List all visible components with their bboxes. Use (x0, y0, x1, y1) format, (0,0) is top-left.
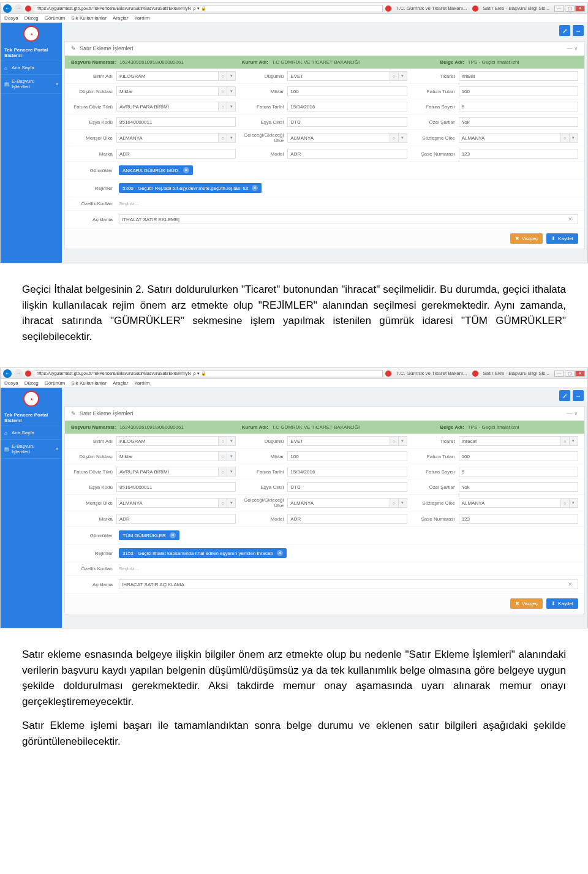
maximize-icon[interactable]: ▢ (565, 371, 575, 377)
collapse-icon[interactable]: — ∨ (567, 45, 578, 51)
birim-select[interactable]: KİLOGRAM (116, 71, 219, 81)
browser-tab-2[interactable]: Satır Ekle - Başvuru Bilgi Sis... (481, 6, 552, 11)
chevron-down-icon[interactable]: ▾ (227, 86, 236, 96)
rejim-tag[interactable]: 3153 - Geçici ithalat kapsamında ithal e… (119, 548, 287, 558)
address-bar[interactable]: https://uygulamatst.gtb.gov.tr/TekPencer… (34, 370, 383, 377)
esya-kodu-input[interactable]: 851640000011 (116, 117, 236, 127)
minimize-icon[interactable]: — (554, 6, 564, 12)
remove-tag-icon[interactable]: ✕ (183, 167, 189, 173)
dusumlu-select[interactable]: EVET (287, 436, 390, 446)
clear-icon[interactable]: ○ (390, 133, 399, 143)
chevron-down-icon[interactable]: ▾ (399, 498, 407, 508)
aciklama-input[interactable]: İHRACAT SATIR AÇIKLAMA✕ (119, 579, 578, 589)
close-icon[interactable]: ✕ (575, 371, 585, 377)
chevron-down-icon[interactable]: ▾ (227, 467, 236, 477)
fatura-doviz-select[interactable]: AVRUPA PARA BİRİMİ (116, 467, 219, 477)
clear-icon[interactable]: ○ (390, 498, 399, 508)
collapse-icon[interactable]: — ∨ (567, 410, 578, 416)
menu-item[interactable]: Düzeg (24, 380, 39, 386)
fatura-tarihi-input[interactable]: 15/04/2016 (287, 467, 407, 477)
ozel-sartlar-input[interactable]: Yok (459, 482, 578, 492)
nav-ebasvuru[interactable]: ▤E-Başvuru İşlemleri≡ (1, 75, 62, 94)
forward-button[interactable]: → (14, 4, 23, 13)
menu-item[interactable]: Dosya (4, 15, 18, 21)
marka-input[interactable]: ADR (116, 149, 236, 159)
fullscreen-icon[interactable]: ⤢ (559, 390, 570, 401)
chevron-down-icon[interactable]: ▾ (399, 71, 407, 81)
miktar-input[interactable]: 100 (287, 451, 407, 461)
fatura-sayisi-input[interactable]: 5 (459, 102, 578, 111)
sozlesme-select[interactable]: ALMANYA (459, 133, 561, 143)
esya-kodu-input[interactable]: 851640000011 (116, 482, 236, 492)
fatura-tutari-input[interactable]: 100 (459, 86, 578, 96)
dusum-noktasi-select[interactable]: Miktar (116, 451, 219, 461)
clear-icon[interactable]: ○ (219, 102, 227, 111)
clear-input-icon[interactable]: ✕ (565, 581, 575, 587)
save-button[interactable]: ⬇ Kaydet (546, 233, 578, 244)
esya-cinsi-input[interactable]: ÜTÜ (287, 117, 407, 127)
menu-item[interactable]: Düzeg (24, 15, 39, 21)
remove-tag-icon[interactable]: ✕ (277, 550, 283, 556)
fatura-sayisi-input[interactable]: 5 (459, 467, 578, 477)
sase-input[interactable]: 123 (459, 514, 578, 524)
fatura-tutari-input[interactable]: 100 (459, 451, 578, 461)
chevron-down-icon[interactable]: ▾ (227, 498, 236, 508)
chevron-down-icon[interactable]: ▾ (570, 498, 578, 508)
save-button[interactable]: ⬇ Kaydet (546, 598, 578, 609)
chevron-down-icon[interactable]: ▾ (227, 436, 236, 446)
clear-icon[interactable]: ○ (561, 498, 570, 508)
menu-item[interactable]: Yardım (134, 380, 149, 386)
browser-tab-2[interactable]: Satır Ekle - Başvuru Bilgi Sis... (481, 371, 552, 376)
chevron-down-icon[interactable]: ▾ (227, 71, 236, 81)
nav-home[interactable]: ⌂Ana Sayfa (1, 61, 62, 75)
menu-item[interactable]: Sık Kullanılanlar (71, 15, 107, 21)
clear-icon[interactable]: ○ (390, 71, 399, 81)
logout-icon[interactable]: → (573, 25, 584, 36)
ticaret-select[interactable]: İhracat (459, 436, 561, 446)
dusum-noktasi-select[interactable]: Miktar (116, 86, 219, 96)
esya-cinsi-input[interactable]: ÜTÜ (287, 482, 407, 492)
address-bar[interactable]: https://uygulamatst.gtb.gov.tr/TekPencer… (34, 5, 383, 12)
marka-input[interactable]: ADR (116, 514, 236, 524)
chevron-down-icon[interactable]: ▾ (399, 133, 407, 143)
aciklama-input[interactable]: İTHALAT SATIR EKLEME|✕ (119, 214, 578, 224)
clear-icon[interactable]: ○ (390, 436, 399, 446)
clear-input-icon[interactable]: ✕ (565, 216, 575, 222)
sozlesme-select[interactable]: ALMANYA (459, 498, 561, 508)
chevron-down-icon[interactable]: ▾ (570, 436, 578, 446)
clear-icon[interactable]: ○ (219, 436, 227, 446)
clear-icon[interactable]: ○ (219, 86, 227, 96)
menu-item[interactable]: Araçlar (113, 380, 128, 386)
nav-ebasvuru[interactable]: ▤E-Başvuru İşlemleri≡ (1, 440, 62, 459)
minimize-icon[interactable]: — (554, 371, 564, 377)
browser-tab-1[interactable]: T.C. Gümrük ve Ticaret Bakanl... (394, 371, 469, 376)
menu-item[interactable]: Görünüm (45, 15, 65, 21)
clear-icon[interactable]: ○ (561, 133, 570, 143)
menu-item[interactable]: Araçlar (113, 15, 128, 21)
ozellik-placeholder[interactable]: Seçiniz... (119, 566, 138, 571)
model-input[interactable]: ADR (287, 514, 407, 524)
clear-icon[interactable]: ○ (219, 467, 227, 477)
model-input[interactable]: ADR (287, 149, 407, 159)
back-button[interactable]: ← (3, 369, 12, 378)
chevron-down-icon[interactable]: ▾ (570, 133, 578, 143)
clear-icon[interactable]: ○ (219, 71, 227, 81)
chevron-down-icon[interactable]: ▾ (399, 436, 407, 446)
fullscreen-icon[interactable]: ⤢ (559, 25, 570, 36)
clear-icon[interactable]: ○ (561, 436, 570, 446)
remove-tag-icon[interactable]: ✕ (252, 185, 258, 191)
gelgid-select[interactable]: ALMANYA (287, 133, 390, 143)
clear-icon[interactable]: ○ (219, 498, 227, 508)
cancel-button[interactable]: ✖ Vazgeç (510, 598, 543, 609)
mensei-select[interactable]: ALMANYA (116, 498, 219, 508)
cancel-button[interactable]: ✖ Vazgeç (510, 233, 543, 244)
logout-icon[interactable]: → (573, 390, 584, 401)
nav-home[interactable]: ⌂Ana Sayfa (1, 426, 62, 440)
fatura-tarihi-input[interactable]: 15/04/2016 (287, 102, 407, 111)
forward-button[interactable]: → (14, 369, 23, 378)
ozellik-placeholder[interactable]: Seçiniz... (119, 201, 138, 206)
miktar-input[interactable]: 100 (287, 86, 407, 96)
maximize-icon[interactable]: ▢ (565, 6, 575, 12)
browser-tab-1[interactable]: T.C. Gümrük ve Ticaret Bakanl... (394, 6, 469, 11)
menu-item[interactable]: Görünüm (45, 380, 65, 386)
